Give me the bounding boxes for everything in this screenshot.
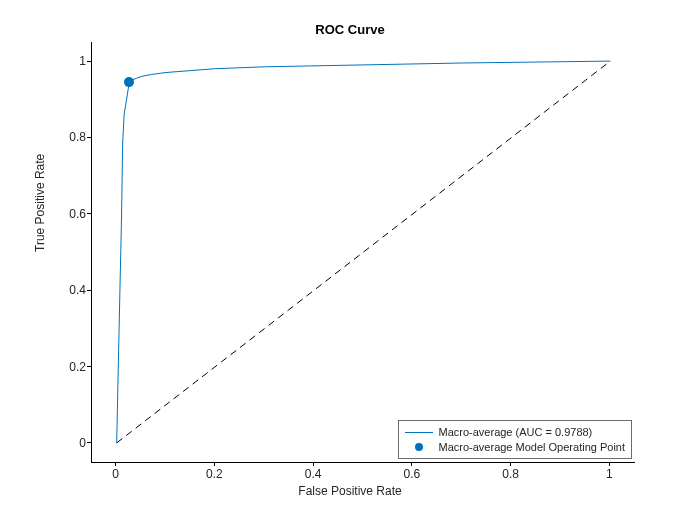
chart-canvas: [92, 42, 635, 462]
legend-box: Macro-average (AUC = 0.9788) Macro-avera…: [398, 420, 632, 459]
x-tick-label: 0: [106, 467, 126, 481]
x-tick-label: 0.2: [204, 467, 224, 481]
roc-figure: ROC Curve Macro-average (AUC = 0.9788) M…: [0, 0, 700, 525]
y-tick-label: 0.8: [66, 130, 86, 144]
y-tick-label: 1: [66, 54, 86, 68]
operating-point-marker: [124, 77, 134, 87]
x-tick-label: 0.6: [402, 467, 422, 481]
plot-area: Macro-average (AUC = 0.9788) Macro-avera…: [91, 42, 635, 463]
legend-point-label: Macro-average Model Operating Point: [439, 441, 625, 453]
x-tick-label: 1: [599, 467, 619, 481]
chart-title: ROC Curve: [0, 22, 700, 37]
legend-line-sample: [405, 426, 433, 438]
legend-point-sample: [405, 441, 433, 453]
y-axis-label: True Positive Rate: [33, 154, 47, 252]
x-axis-label: False Positive Rate: [0, 484, 700, 498]
x-tick-label: 0.8: [501, 467, 521, 481]
y-tick-label: 0.6: [66, 207, 86, 221]
x-tick-label: 0.4: [303, 467, 323, 481]
y-tick-label: 0.4: [66, 283, 86, 297]
y-tick-label: 0.2: [66, 360, 86, 374]
legend-line-label: Macro-average (AUC = 0.9788): [439, 426, 593, 438]
y-tick-label: 0: [66, 436, 86, 450]
diagonal-line: [117, 61, 611, 443]
